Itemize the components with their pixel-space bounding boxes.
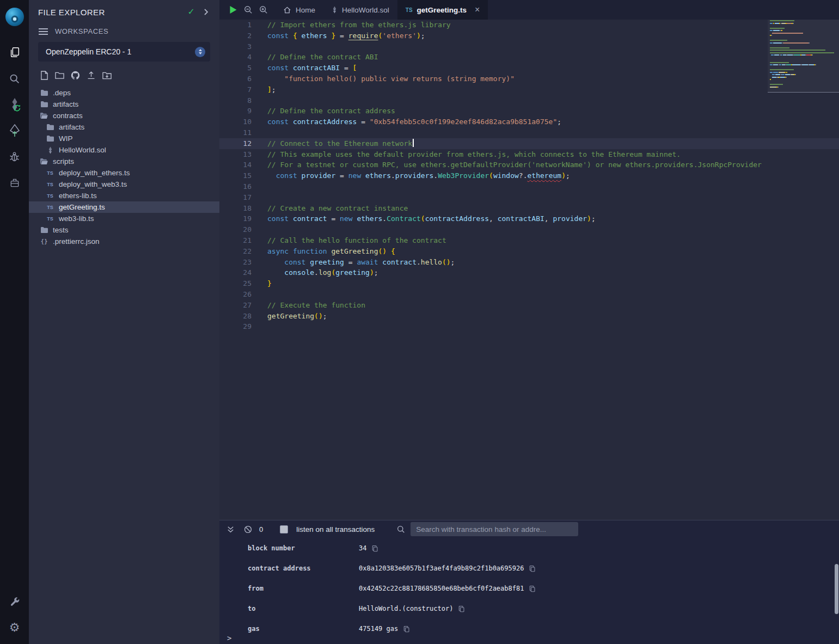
code-line-19: 19const contract = new ethers.Contract(c… [219, 213, 839, 224]
copy-icon[interactable] [529, 585, 536, 592]
tree-item-label: contracts [53, 112, 83, 120]
line-text: // Connect to the Ethereum network [252, 138, 414, 149]
debugger-icon[interactable] [0, 144, 29, 170]
clear-console-icon[interactable] [244, 525, 252, 533]
tools-icon[interactable] [0, 588, 29, 615]
new-file-icon[interactable] [40, 71, 48, 80]
line-text: const greeting = await contract.hello(); [252, 257, 455, 268]
text-cursor [413, 139, 414, 147]
line-number: 29 [219, 321, 252, 332]
code-line-22: 22async function getGreeting() { [219, 246, 839, 257]
tree-item-label: ethers-lib.ts [59, 192, 97, 200]
tree-item-WIP[interactable]: WIP [29, 133, 219, 144]
explorer-toolbar [29, 71, 219, 80]
tx-detail-row: toHelloWorld.(constructor) [248, 605, 839, 625]
tree-item-label: scripts [53, 157, 74, 165]
code-line-15: 15 const provider = new ethers.providers… [219, 170, 839, 181]
collapse-terminal-icon[interactable] [226, 525, 235, 533]
copy-icon[interactable] [403, 625, 410, 633]
terminal-toolbar: 0 listen on all transactions [219, 520, 839, 538]
collapse-chevron-icon[interactable] [204, 8, 209, 16]
line-text: ]; [252, 84, 276, 95]
tx-detail-label: contract address [248, 565, 359, 572]
import-folder-icon[interactable] [102, 71, 112, 80]
tree-item-label: .prettierrc.json [53, 237, 100, 246]
line-number: 13 [219, 149, 252, 160]
zoom-in-icon[interactable] [259, 5, 268, 14]
workspace-select[interactable]: OpenZeppelin ERC20 - 1 [38, 42, 210, 62]
tree-item-getGreeting.ts[interactable]: TSgetGreeting.ts [29, 201, 219, 213]
line-number: 14 [219, 160, 252, 170]
tree-item-scripts[interactable]: scripts [29, 156, 219, 167]
code-editor[interactable]: 1// Import ethers from the ethers.js lib… [219, 20, 839, 520]
terminal-scrollbar-thumb[interactable] [835, 564, 838, 614]
line-number: 28 [219, 311, 252, 322]
code-line-7: 7]; [219, 84, 839, 95]
line-number: 25 [219, 278, 252, 289]
terminal-search-input[interactable] [411, 522, 578, 536]
line-text: // This example uses the default provide… [252, 149, 681, 160]
tab-bar: HomeHelloWorld.solTSgetGreeting.ts× [219, 0, 839, 20]
line-number: 24 [219, 267, 252, 278]
line-number: 2 [219, 30, 252, 41]
copy-icon[interactable] [529, 565, 536, 572]
tree-item-HelloWorld.sol[interactable]: HelloWorld.sol [29, 144, 219, 156]
line-text: const contract = new ethers.Contract(con… [252, 213, 596, 224]
minimap[interactable] [770, 20, 834, 520]
confirm-check-icon[interactable]: ✓ [188, 8, 195, 16]
tab-HelloWorld.sol[interactable]: HelloWorld.sol [323, 0, 397, 20]
tree-item-ethers-lib.ts[interactable]: TSethers-lib.ts [29, 190, 219, 201]
workspaces-menu-icon[interactable] [39, 28, 48, 35]
search-icon[interactable] [0, 65, 29, 91]
tree-item-label: WIP [59, 134, 73, 143]
line-number: 3 [219, 41, 252, 52]
settings-gear-icon[interactable]: ⚙ [0, 615, 29, 641]
line-text: // For a testnet or custom RPC, use ethe… [252, 160, 762, 170]
copy-icon[interactable] [371, 545, 378, 552]
line-text: // Create a new contract instance [252, 203, 408, 214]
tx-detail-row: contract address0x8a120383e6057b1f3aef4f… [248, 565, 839, 585]
tx-detail-row: from0x42452c22c88178685850e68beb6cf0f2ae… [248, 585, 839, 605]
folder-icon [40, 101, 48, 108]
tree-item-.deps[interactable]: .deps [29, 87, 219, 99]
line-text [252, 127, 267, 138]
main-column: HomeHelloWorld.solTSgetGreeting.ts× 1// … [219, 0, 839, 644]
tree-item-tests[interactable]: tests [29, 224, 219, 236]
code-line-21: 21// Call the hello function of the cont… [219, 235, 839, 246]
file-explorer-icon[interactable] [0, 39, 29, 65]
deploy-run-icon[interactable] [0, 118, 29, 144]
zoom-out-icon[interactable] [244, 5, 253, 14]
tree-item-web3-lib.ts[interactable]: TSweb3-lib.ts [29, 213, 219, 224]
tree-item-.prettierrc.json[interactable]: {}.prettierrc.json [29, 236, 219, 247]
line-text: const contractABI = [ [252, 63, 357, 73]
plugin-manager-icon[interactable] [0, 170, 29, 196]
tab-Home[interactable]: Home [275, 0, 323, 20]
sol-icon [332, 6, 338, 14]
listen-transactions-checkbox[interactable] [280, 525, 288, 533]
tree-item-deploy_with_ethers.ts[interactable]: TSdeploy_with_ethers.ts [29, 167, 219, 179]
github-icon[interactable] [71, 71, 80, 80]
close-tab-icon[interactable]: × [475, 5, 480, 14]
tree-item-deploy_with_web3.ts[interactable]: TSdeploy_with_web3.ts [29, 179, 219, 190]
copy-icon[interactable] [458, 605, 465, 612]
tab-getGreeting.ts[interactable]: TSgetGreeting.ts× [397, 0, 488, 20]
remix-ide: ⚙ FILE EXPLORER ✓ WORKSPACES OpenZeppeli… [0, 0, 839, 644]
line-number: 26 [219, 289, 252, 300]
tx-detail-label: gas [248, 625, 359, 633]
tab-list: HomeHelloWorld.solTSgetGreeting.ts× [275, 0, 488, 20]
run-script-button[interactable] [229, 5, 237, 14]
line-number: 8 [219, 95, 252, 106]
ts-icon: TS [46, 193, 54, 199]
tx-detail-label: to [248, 605, 359, 612]
ts-icon: TS [406, 7, 413, 13]
home-icon [283, 6, 291, 14]
line-text: // Define the contract address [252, 106, 395, 116]
solidity-compiler-icon[interactable] [0, 91, 29, 118]
tree-item-artifacts[interactable]: artifacts [29, 99, 219, 110]
tree-item-artifacts[interactable]: artifacts [29, 121, 219, 133]
line-text: } [252, 278, 272, 289]
new-folder-icon[interactable] [55, 71, 64, 79]
tree-item-contracts[interactable]: contracts [29, 110, 219, 121]
code-line-24: 24 console.log(greeting); [219, 267, 839, 278]
upload-icon[interactable] [87, 71, 96, 80]
